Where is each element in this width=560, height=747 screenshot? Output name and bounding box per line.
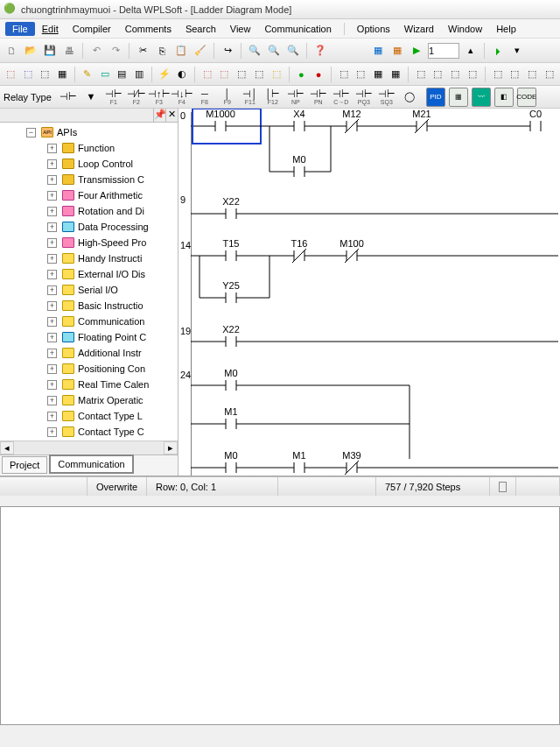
undo-icon[interactable] — [88, 43, 104, 59]
tree-item[interactable]: Transmission C — [4, 172, 178, 187]
expand-icon[interactable] — [47, 238, 57, 248]
t2-13-icon[interactable]: ⬚ — [234, 67, 248, 82]
t2-24-icon[interactable]: ⬚ — [448, 67, 462, 82]
paste-icon[interactable] — [173, 43, 189, 59]
print-icon[interactable] — [61, 43, 77, 59]
relay-fkey-6[interactable]: ─F8 — [195, 88, 214, 107]
help-icon[interactable] — [312, 43, 328, 59]
expand-icon[interactable] — [47, 427, 57, 437]
copy-icon[interactable] — [154, 43, 170, 59]
status-checkbox[interactable] — [490, 477, 516, 496]
menu-compiler[interactable]: Compiler — [66, 22, 118, 36]
find-icon[interactable] — [247, 43, 262, 59]
relay-fkey-12[interactable]: ⊣⊢C→D — [332, 88, 351, 107]
step-spinner[interactable] — [428, 43, 459, 59]
tree-item[interactable]: Floating Point C — [4, 329, 178, 345]
t2-15-icon[interactable]: ⬚ — [270, 67, 284, 82]
tree-item[interactable]: Contact Type L — [4, 408, 178, 424]
tree-item[interactable]: External I/O Dis — [4, 266, 178, 282]
relay-fkey-2[interactable]: ⊣⊢F1 — [104, 88, 123, 107]
pane-pin-icon[interactable]: 📌 — [153, 109, 165, 122]
expand-icon[interactable] — [47, 285, 57, 295]
t2-16-icon[interactable]: ● — [294, 67, 308, 82]
relay-fkey-1[interactable]: ▼ — [81, 88, 101, 107]
ladder-canvas[interactable]: 0 9 14 19 24 M1000X4M12M21C0M0X22T15T16M… — [178, 109, 560, 476]
t2-5-icon[interactable]: ✎ — [80, 67, 94, 82]
expand-icon[interactable] — [47, 144, 57, 153]
t2-21-icon[interactable]: ▦ — [388, 67, 402, 82]
expand-icon[interactable] — [47, 333, 57, 342]
tree-item[interactable]: Four Arithmetic — [4, 187, 178, 203]
t2-10-icon[interactable]: ◐ — [175, 67, 189, 82]
expand-icon[interactable] — [47, 364, 57, 374]
relay-fkey-15[interactable]: ◯ — [400, 88, 419, 107]
tree-item[interactable]: Rotation and Di — [4, 203, 178, 219]
scroll-right-icon[interactable]: ▸ — [164, 441, 178, 455]
t2-23-icon[interactable]: ⬚ — [431, 67, 445, 82]
expand-icon[interactable] — [47, 222, 57, 232]
delete-icon[interactable] — [192, 43, 208, 59]
tree-item[interactable]: Handy Instructi — [4, 250, 178, 266]
open-icon[interactable] — [23, 43, 38, 59]
relay-fkey-0[interactable]: ⊣⊢ — [59, 88, 78, 107]
tree-item[interactable]: Data Processing — [4, 219, 178, 235]
pane-close-icon[interactable]: ✕ — [165, 109, 178, 122]
expand-icon[interactable] — [47, 380, 57, 390]
relay-sq-3[interactable]: ◧ — [494, 88, 514, 107]
relay-fkey-10[interactable]: ⊣⊢NP — [286, 88, 305, 107]
relay-fkey-5[interactable]: ⊣↓⊢F4 — [172, 88, 192, 107]
grid1-icon[interactable] — [370, 43, 386, 59]
scroll-left-icon[interactable]: ◂ — [0, 441, 14, 455]
tree-item[interactable]: Positioning Con — [4, 361, 178, 377]
menu-edit[interactable]: Edit — [35, 22, 66, 36]
menu-help[interactable]: Help — [489, 22, 523, 36]
expand-icon[interactable] — [47, 301, 57, 311]
relay-sq-1[interactable]: ▦ — [449, 88, 468, 107]
t2-12-icon[interactable]: ⬚ — [217, 67, 231, 82]
t2-19-icon[interactable]: ⬚ — [354, 67, 368, 82]
save-icon[interactable] — [42, 43, 58, 59]
t2-14-icon[interactable]: ⬚ — [252, 67, 266, 82]
t2-25-icon[interactable]: ⬚ — [466, 67, 480, 82]
relay-fkey-3[interactable]: ⊣⁄⊢F2 — [127, 88, 146, 107]
t2-22-icon[interactable]: ⬚ — [414, 67, 428, 82]
t2-9-icon[interactable]: ⚡ — [158, 67, 172, 82]
cut-icon[interactable] — [135, 43, 150, 59]
expand-icon[interactable] — [47, 412, 57, 421]
t2-20-icon[interactable]: ▦ — [371, 67, 385, 82]
expand-icon[interactable] — [47, 191, 57, 201]
t2-28-icon[interactable]: ⬚ — [525, 67, 539, 82]
t2-6-icon[interactable]: ▭ — [98, 67, 112, 82]
tree-item[interactable]: Function — [4, 140, 178, 156]
menu-search[interactable]: Search — [178, 22, 223, 36]
t2-17-icon[interactable]: ● — [312, 67, 326, 82]
relay-fkey-14[interactable]: ⊣⊢SQ3 — [377, 88, 396, 107]
relay-fkey-7[interactable]: │F9 — [218, 88, 237, 107]
spinner-up-icon[interactable]: ▴ — [463, 43, 479, 59]
expand-icon[interactable] — [47, 159, 57, 169]
menu-view[interactable]: View — [223, 22, 258, 36]
relay-fkey-8[interactable]: ⊣│F11 — [241, 88, 260, 107]
new-icon[interactable] — [4, 43, 19, 59]
project-tree[interactable]: API APIs FunctionLoop ControlTransmissio… — [0, 123, 178, 440]
menu-wizard[interactable]: Wizard — [397, 22, 441, 36]
menu-options[interactable]: Options — [350, 22, 397, 36]
tree-item[interactable]: Additional Instr — [4, 345, 178, 361]
dropdown-icon[interactable]: ▾ — [509, 43, 525, 59]
tree-item[interactable]: Real Time Calen — [4, 377, 178, 392]
relay-fkey-11[interactable]: ⊣⊢PN — [309, 88, 328, 107]
tree-item[interactable]: Serial I/O — [4, 282, 178, 298]
t2-1-icon[interactable]: ⬚ — [4, 67, 18, 82]
expand-icon[interactable] — [47, 396, 57, 405]
redo-icon[interactable] — [108, 43, 123, 59]
relay-sq-4[interactable]: CODE — [517, 88, 536, 107]
t2-26-icon[interactable]: ⬚ — [491, 67, 505, 82]
expand-icon[interactable] — [47, 317, 57, 327]
tree-item[interactable]: Basic Instructio — [4, 298, 178, 314]
tree-item[interactable]: Communication — [4, 314, 178, 329]
relay-sq-2[interactable]: 〰 — [472, 88, 491, 107]
grid2-icon[interactable] — [389, 43, 405, 59]
run-icon[interactable]: ▶ — [409, 43, 424, 59]
menu-file[interactable]: File — [5, 22, 35, 36]
menu-window[interactable]: Window — [441, 22, 489, 36]
